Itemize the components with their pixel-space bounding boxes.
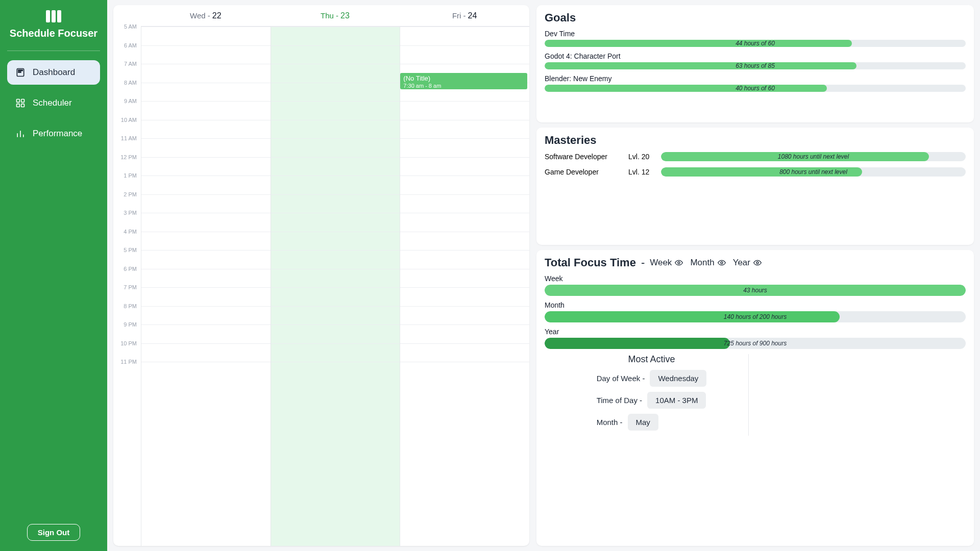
sidebar-divider: [7, 51, 100, 51]
eye-icon: [753, 259, 762, 267]
most-active-label: Day of Week -: [597, 374, 645, 383]
time-label: 10 AM: [113, 117, 141, 136]
focus-row-label: Week: [545, 274, 966, 283]
most-active-row: Month - May: [597, 414, 707, 431]
calendar-header: Wed - 22Thu - 23Fri - 24: [113, 5, 529, 27]
focus-toggle-month[interactable]: Month: [690, 258, 725, 268]
sidebar-item-label: Dashboard: [33, 67, 75, 78]
calendar-day-column[interactable]: [271, 27, 400, 546]
calendar-day-column[interactable]: (No Title)7:30 am - 8 am: [400, 27, 529, 546]
focus-row: Year 725 hours of 900 hours: [545, 328, 966, 349]
focus-progress-bar[interactable]: 140 hours of 200 hours: [545, 311, 966, 322]
calendar-day-header[interactable]: Fri - 24: [400, 5, 529, 27]
event-time: 7:30 am - 8 am: [403, 83, 524, 89]
time-label: 8 PM: [113, 303, 141, 322]
goal-progress-text: 63 hours of 85: [545, 62, 966, 69]
svg-rect-4: [18, 70, 22, 71]
time-label: 9 AM: [113, 98, 141, 117]
time-label: 7 PM: [113, 284, 141, 303]
calendar-event[interactable]: (No Title)7:30 am - 8 am: [400, 73, 527, 89]
most-active-value: 10AM - 3PM: [647, 392, 706, 409]
time-label: 7 AM: [113, 61, 141, 80]
most-active-label: Month -: [597, 418, 623, 427]
svg-rect-8: [17, 104, 20, 107]
scheduler-icon: [15, 98, 26, 108]
masteries-panel: Masteries Software Developer Lvl. 20 108…: [536, 128, 974, 245]
svg-rect-2: [57, 10, 61, 22]
sidebar: Schedule Focuser DashboardSchedulerPerfo…: [0, 0, 107, 551]
most-active-title: Most Active: [628, 354, 675, 365]
mastery-progress-bar[interactable]: 800 hours until next level: [661, 167, 966, 177]
time-label: 3 PM: [113, 210, 141, 229]
svg-rect-6: [17, 99, 20, 103]
focus-row-label: Year: [545, 328, 966, 336]
goal-item: Blender: New Enemy 40 hours of 60: [545, 74, 966, 92]
time-column: 5 AM6 AM7 AM8 AM9 AM10 AM11 AM12 PM1 PM2…: [113, 27, 141, 546]
svg-rect-5: [18, 71, 21, 72]
mastery-level: Lvl. 12: [628, 168, 654, 176]
goal-progress-bar[interactable]: 44 hours of 60: [545, 40, 966, 47]
time-label: 4 PM: [113, 229, 141, 247]
masteries-title: Masteries: [545, 134, 966, 147]
time-label: 5 AM: [113, 23, 141, 42]
calendar-day-header[interactable]: Wed - 22: [141, 5, 271, 27]
mastery-progress-text: 1080 hours until next level: [661, 152, 966, 161]
goal-progress-bar[interactable]: 63 hours of 85: [545, 62, 966, 69]
mastery-row: Software Developer Lvl. 20 1080 hours un…: [545, 152, 966, 161]
time-label: 2 PM: [113, 191, 141, 210]
focus-progress-bar[interactable]: 725 hours of 900 hours: [545, 338, 966, 349]
time-label: 8 AM: [113, 80, 141, 98]
focus-panel: Total Focus Time - WeekMonthYear Week 43…: [536, 250, 974, 546]
focus-progress-text: 140 hours of 200 hours: [545, 311, 966, 322]
sidebar-item-label: Scheduler: [33, 98, 72, 108]
goal-progress-text: 40 hours of 60: [545, 85, 966, 92]
mastery-progress-text: 800 hours until next level: [661, 167, 966, 177]
app-logo: Schedule Focuser: [7, 10, 100, 39]
most-active-value: May: [628, 414, 658, 431]
focus-header: Total Focus Time - WeekMonthYear: [545, 256, 966, 269]
event-title: (No Title): [403, 74, 524, 83]
sidebar-item-label: Performance: [33, 129, 82, 139]
time-label: 12 PM: [113, 154, 141, 173]
goal-progress-bar[interactable]: 40 hours of 60: [545, 85, 966, 92]
focus-progress-text: 43 hours: [545, 285, 966, 296]
most-active-row: Day of Week - Wednesday: [597, 370, 707, 387]
sidebar-item-dashboard[interactable]: Dashboard: [7, 60, 100, 85]
svg-point-15: [756, 262, 758, 264]
calendar-body[interactable]: 5 AM6 AM7 AM8 AM9 AM10 AM11 AM12 PM1 PM2…: [113, 27, 529, 546]
most-active-row: Time of Day - 10AM - 3PM: [597, 392, 707, 409]
most-active: Most Active Day of Week - WednesdayTime …: [555, 354, 749, 436]
eye-icon: [675, 259, 683, 267]
goal-label: Godot 4: Character Port: [545, 52, 966, 60]
svg-rect-7: [21, 99, 24, 103]
mastery-level: Lvl. 20: [628, 153, 654, 161]
focus-progress-bar[interactable]: 43 hours: [545, 285, 966, 296]
time-label: 11 PM: [113, 359, 141, 378]
calendar-day-header[interactable]: Thu - 23: [271, 5, 400, 27]
sidebar-item-performance[interactable]: Performance: [7, 121, 100, 146]
right-panels: Goals Dev Time 44 hours of 60 Godot 4: C…: [536, 5, 974, 546]
logo-icon: [46, 10, 61, 22]
app-title: Schedule Focuser: [10, 28, 97, 39]
dashboard-icon: [15, 67, 26, 78]
calendar-day-column[interactable]: [141, 27, 271, 546]
goal-label: Dev Time: [545, 30, 966, 38]
goal-label: Blender: New Enemy: [545, 74, 966, 83]
eye-icon: [718, 259, 726, 267]
goal-item: Dev Time 44 hours of 60: [545, 30, 966, 47]
focus-toggle-week[interactable]: Week: [650, 258, 683, 268]
goal-item: Godot 4: Character Port 63 hours of 85: [545, 52, 966, 69]
focus-row: Month 140 hours of 200 hours: [545, 301, 966, 322]
focus-row-label: Month: [545, 301, 966, 309]
goals-title: Goals: [545, 11, 966, 24]
mastery-progress-bar[interactable]: 1080 hours until next level: [661, 152, 966, 161]
focus-toggle-year[interactable]: Year: [733, 258, 762, 268]
sidebar-item-scheduler[interactable]: Scheduler: [7, 91, 100, 115]
svg-rect-1: [52, 10, 56, 22]
svg-rect-9: [21, 104, 24, 107]
sign-out-button[interactable]: Sign Out: [27, 524, 81, 541]
time-label: 6 AM: [113, 42, 141, 61]
focus-row: Week 43 hours: [545, 274, 966, 296]
svg-point-13: [678, 262, 680, 264]
focus-progress-text: 725 hours of 900 hours: [545, 338, 966, 349]
